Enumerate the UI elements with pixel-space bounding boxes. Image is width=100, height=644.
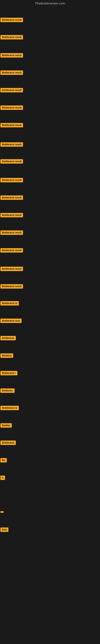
list-item: Bottleneck result	[0, 88, 23, 94]
bottleneck-badge[interactable]: Bottleneck result	[0, 53, 23, 58]
list-item: Bottleneck result	[0, 122, 23, 128]
list-item: Bottleneck result	[0, 230, 23, 236]
bottleneck-badge[interactable]: Bo	[0, 458, 7, 462]
list-item: Bottlene	[0, 353, 13, 359]
bottleneck-badge[interactable]: Bottleneck result	[0, 70, 23, 75]
list-item	[0, 510, 3, 514]
bottleneck-badge[interactable]: Bottleneck	[0, 336, 16, 340]
bottleneck-badge[interactable]: Bottleneck re	[0, 406, 19, 410]
bottleneck-badge[interactable]: Bottlenec	[0, 388, 15, 393]
list-item: Bottlen	[0, 423, 12, 429]
list-item: Bott	[0, 527, 8, 533]
bottleneck-badge[interactable]: Bottleneck result	[0, 106, 23, 110]
list-item: Bottleneck re	[0, 301, 19, 307]
list-item: Bottleneck	[0, 440, 16, 446]
list-item: Bottleneck	[0, 336, 16, 342]
site-title-bar: TheBottlenecker.com	[0, 0, 100, 6]
bottleneck-badge[interactable]: Bottleneck result	[0, 123, 23, 128]
list-item: Bottleneck result	[0, 212, 23, 218]
bottleneck-badge[interactable]: b	[0, 476, 5, 480]
bottleneck-list: Bottleneck resultBottleneck resultBottle…	[0, 6, 100, 644]
bottleneck-badge[interactable]: Bottleneck result	[0, 159, 23, 164]
list-item: Bottleneck result	[0, 105, 23, 111]
bottleneck-badge[interactable]: Bottleneck r	[0, 371, 17, 375]
list-item: b	[0, 475, 5, 481]
list-item: Bottleneck result	[0, 142, 23, 148]
bottleneck-badge[interactable]: Bottleneck re	[0, 301, 19, 306]
bottleneck-badge[interactable]: Bottlene	[0, 354, 13, 358]
bottleneck-badge[interactable]: Bottleneck result	[0, 248, 23, 252]
list-item: Bottleneck result	[0, 17, 23, 23]
bottleneck-badge[interactable]: Bottlen	[0, 423, 12, 428]
list-item: Bo	[0, 458, 7, 464]
list-item: Bottlenec	[0, 388, 15, 394]
list-item: Bottleneck result	[0, 266, 23, 272]
bottleneck-badge[interactable]: Bottleneck result	[0, 18, 23, 22]
bottleneck-badge[interactable]: Bott	[0, 528, 8, 532]
list-item: Bottleneck result	[0, 53, 23, 59]
bottleneck-badge[interactable]: Bottleneck result	[0, 213, 23, 217]
list-item: Bottleneck result	[0, 159, 23, 165]
bottleneck-badge[interactable]: Bottleneck result	[0, 230, 23, 235]
list-item: Bottleneck resu	[0, 318, 22, 324]
list-item: Bottleneck result	[0, 284, 23, 290]
bottleneck-badge[interactable]: Bottleneck result	[0, 35, 23, 40]
bottleneck-badge[interactable]: Bottleneck result	[0, 284, 23, 288]
list-item: Bottleneck re	[0, 405, 19, 411]
list-item: Bottleneck result	[0, 248, 23, 254]
bottleneck-badge	[0, 511, 3, 513]
list-item: Bottleneck result	[0, 70, 23, 76]
list-item: Bottleneck result	[0, 34, 23, 41]
list-item: Bottleneck r	[0, 370, 17, 376]
list-item: Bottleneck result	[0, 195, 23, 201]
bottleneck-badge[interactable]: Bottleneck result	[0, 178, 23, 182]
site-title: TheBottlenecker.com	[0, 0, 100, 6]
bottleneck-badge[interactable]: Bottleneck	[0, 440, 16, 445]
bottleneck-badge[interactable]: Bottleneck resu	[0, 318, 22, 323]
bottleneck-badge[interactable]: Bottleneck result	[0, 88, 23, 92]
bottleneck-badge[interactable]: Bottleneck result	[0, 267, 23, 271]
bottleneck-badge[interactable]: Bottleneck result	[0, 142, 23, 147]
list-item: Bottleneck result	[0, 178, 23, 184]
bottleneck-badge[interactable]: Bottleneck result	[0, 196, 23, 200]
